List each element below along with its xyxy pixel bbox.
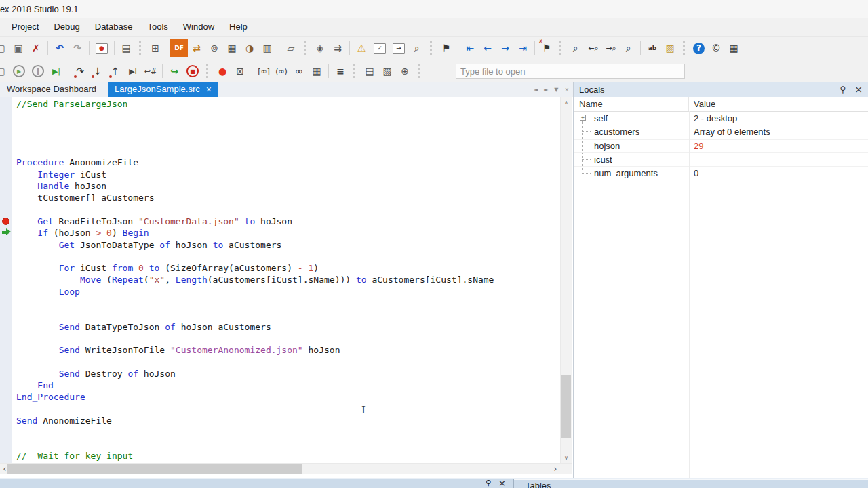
tab-list-icon[interactable]: ▼ (554, 87, 558, 93)
menu-item-debug[interactable]: Debug (46, 18, 87, 36)
vertical-scrollbar[interactable]: ∧ ∨ (560, 97, 572, 463)
search-in-files-icon[interactable]: ⌕ (620, 39, 637, 57)
code-line[interactable]: tCustomer[] aCustomers (16, 192, 560, 203)
vertical-scroll-thumb[interactable] (561, 375, 571, 438)
set-next-statement-icon[interactable]: ↩# (142, 62, 159, 80)
locals-row[interactable]: num_arguments0 (574, 167, 868, 180)
first-bookmark-icon[interactable]: ⇤ (461, 39, 479, 57)
code-line[interactable]: Procedure AnonomizeFile (16, 157, 560, 168)
column-header-name[interactable]: Name (574, 97, 689, 111)
code-line[interactable]: Move (Repeat("x", Length(aCustomers[iCus… (16, 274, 560, 285)
step-over-icon[interactable]: ↷ (71, 62, 89, 80)
menu-item-help[interactable]: Help (222, 18, 255, 36)
code-line[interactable] (16, 309, 560, 321)
code-line[interactable]: Send AnonomizeFile (16, 415, 560, 426)
web-services-icon[interactable]: ⊕ (396, 62, 414, 80)
run-to-cursor-icon[interactable]: ▶I (124, 62, 142, 80)
scroll-right-icon[interactable]: › (551, 464, 560, 474)
code-line[interactable]: Send Destroy of hoJson (16, 368, 560, 380)
switch-view-icon[interactable]: ⇄ (188, 39, 205, 57)
tab-largejsonsample[interactable]: LargeJsonSample.src × (108, 82, 218, 97)
configure-debugger-icon[interactable]: ▢ (0, 62, 9, 80)
scroll-tabs-left-icon[interactable]: ◄ (534, 87, 538, 93)
stop-debugging-icon[interactable]: ■ (186, 65, 199, 77)
new-document-icon[interactable]: ▱ (282, 39, 300, 57)
code-line[interactable]: Send DataTypeToJson of hoJson aCustomers (16, 321, 560, 333)
replace-in-files-icon[interactable]: ▨ (661, 39, 679, 57)
continue-icon[interactable]: ↪ (165, 62, 183, 80)
print-icon[interactable]: ▤ (117, 39, 135, 57)
code-line[interactable]: End (16, 380, 560, 391)
paste-icon[interactable]: ▣ (9, 39, 27, 57)
pin-icon[interactable]: ⚲ (486, 479, 491, 487)
code-line[interactable]: //Send ParseLargeJson (16, 98, 560, 110)
step-out-icon[interactable]: ↑ (106, 62, 124, 80)
code-line[interactable]: Loop (16, 286, 560, 298)
pin-icon[interactable]: ⚲ (840, 85, 846, 94)
breakpoints-window-icon[interactable]: ⊠ (231, 62, 249, 80)
code-line[interactable] (16, 426, 560, 438)
table-lookup-icon[interactable]: ▥ (258, 39, 276, 57)
code-line[interactable] (16, 145, 560, 157)
clear-bookmarks-icon[interactable]: ⚑✗ (538, 39, 555, 57)
menu-item-database[interactable]: Database (87, 18, 140, 36)
code-line[interactable] (16, 110, 560, 121)
tab-workspace-dashboard[interactable]: Workspace Dashboard (0, 82, 103, 97)
locals-row[interactable]: acustomersArray of 0 elements (574, 125, 868, 139)
code-line[interactable] (16, 122, 560, 134)
code-line[interactable] (16, 439, 560, 450)
step-program-icon[interactable]: ▶| (47, 62, 65, 80)
toggle-bookmark-icon[interactable]: ⚑ (437, 39, 455, 57)
code-line[interactable] (16, 298, 560, 309)
database-explorer-icon[interactable]: ⊚ (205, 39, 223, 57)
code-editor[interactable]: //Send ParseLargeJsonProcedure Anonomize… (13, 97, 560, 463)
find-previous-icon[interactable]: ←⌕ (585, 39, 602, 57)
find-in-document-icon[interactable]: ⌕ (408, 39, 426, 57)
code-line[interactable]: Handle hoJson (16, 180, 560, 192)
code-line[interactable]: If (hoJson > 0) Begin (16, 227, 560, 239)
code-line[interactable] (16, 403, 560, 415)
globals-icon[interactable]: (∞) (273, 62, 290, 80)
code-line[interactable]: Get JsonToDataType of hoJson to aCustome… (16, 239, 560, 251)
code-line[interactable]: // Wait for key input (16, 450, 560, 462)
array-viewer-icon[interactable]: ▦ (308, 62, 326, 80)
code-line[interactable] (16, 134, 560, 145)
locals-row[interactable]: icust (574, 153, 868, 167)
horizontal-scroll-thumb[interactable] (7, 464, 302, 474)
pause-debugging-icon[interactable]: ‖ (32, 65, 44, 77)
horizontal-scrollbar[interactable]: ‹ › (0, 463, 572, 474)
start-debugging-icon[interactable]: ▶ (13, 65, 25, 77)
dataflex-explorer-icon[interactable]: DF (170, 39, 188, 57)
run-program-icon[interactable]: → (393, 43, 405, 54)
tab-close-icon[interactable]: × (206, 82, 212, 97)
find-icon[interactable]: ⌕ (567, 39, 585, 57)
delete-icon[interactable]: ✗ (27, 39, 45, 57)
close-icon[interactable]: × (498, 478, 506, 488)
locals-row[interactable]: +self2 - desktop (574, 112, 868, 125)
code-line[interactable] (16, 333, 560, 344)
about-icon[interactable]: © (707, 39, 725, 57)
code-line[interactable] (16, 251, 560, 262)
expand-toggle-icon[interactable]: + (580, 115, 586, 121)
tables-panel-header[interactable]: Tables (514, 479, 868, 488)
editor-gutter[interactable] (0, 97, 12, 463)
code-line[interactable]: End_Procedure (16, 391, 560, 403)
close-icon[interactable]: × (854, 84, 863, 95)
windows-list-icon[interactable]: ▦ (725, 39, 743, 57)
code-line[interactable]: Send WriteJsonToFile "CustomerAnonomized… (16, 344, 560, 356)
compile-check-icon[interactable]: ⚠ (353, 39, 370, 57)
code-line[interactable]: For iCust from 0 to (SizeOfArray(aCustom… (16, 262, 560, 274)
menu-item-project[interactable]: Project (4, 18, 46, 36)
next-bookmark-icon[interactable]: → (496, 39, 514, 57)
record-macro-icon[interactable]: ● (96, 43, 108, 54)
column-header-value[interactable]: Value (689, 97, 715, 111)
redo-icon[interactable]: ↷ (68, 39, 86, 57)
styler-icon[interactable]: ◑ (241, 39, 258, 57)
replace-icon[interactable]: ab (644, 39, 661, 57)
code-line[interactable]: Get ReadFileToJson "CustomerData.json" t… (16, 216, 560, 227)
undo-icon[interactable]: ↶ (51, 39, 68, 57)
data-dictionary-icon[interactable]: ▦ (223, 39, 241, 57)
call-stack-icon[interactable]: ≡ (332, 62, 349, 80)
locals-row[interactable]: hojson29 (574, 140, 868, 153)
close-document-icon[interactable]: × (564, 87, 569, 93)
